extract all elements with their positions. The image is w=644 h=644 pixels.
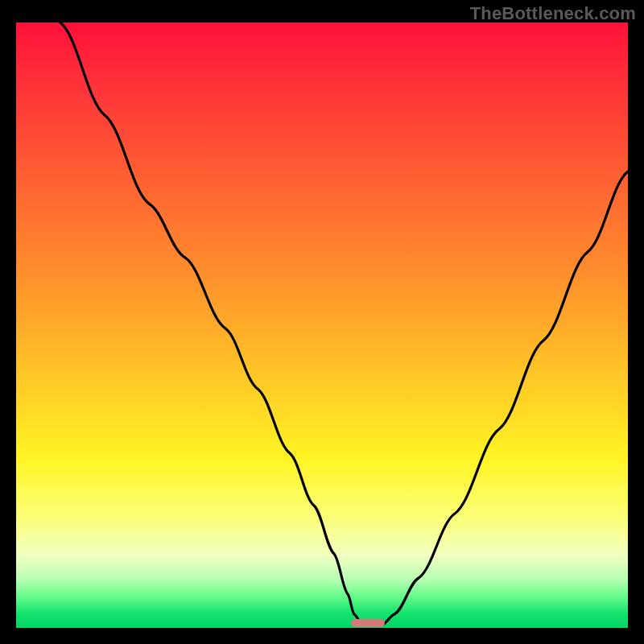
curve-path xyxy=(60,23,628,625)
watermark-label: TheBottleneck.com xyxy=(470,3,636,24)
trough-marker xyxy=(351,619,385,627)
plot-area xyxy=(16,23,628,628)
chart-stage: TheBottleneck.com xyxy=(0,0,644,644)
bottleneck-curve xyxy=(16,23,628,628)
